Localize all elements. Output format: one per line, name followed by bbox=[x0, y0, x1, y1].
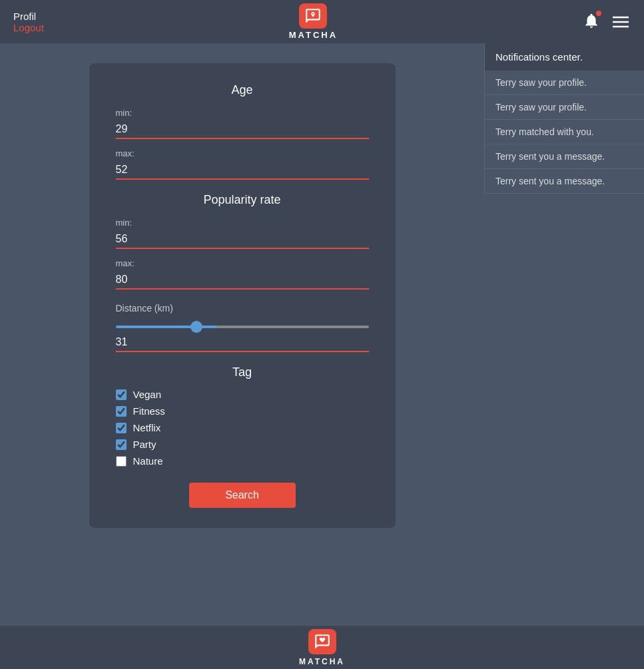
tag-fitness-checkbox[interactable] bbox=[116, 406, 127, 417]
profil-link[interactable]: Profil bbox=[13, 11, 44, 22]
tag-netflix-label[interactable]: Netflix bbox=[133, 422, 161, 433]
logo-center: MATCHA bbox=[289, 3, 338, 40]
age-max-label: max: bbox=[116, 148, 369, 158]
age-min-input[interactable] bbox=[116, 120, 369, 139]
tag-vegan-label[interactable]: Vegan bbox=[133, 389, 162, 400]
heart-message-icon bbox=[304, 7, 322, 25]
footer-logo-icon bbox=[308, 629, 336, 654]
distance-section: Distance (km) bbox=[116, 303, 369, 352]
age-title: Age bbox=[116, 83, 369, 97]
bell-icon[interactable] bbox=[583, 12, 600, 32]
age-min-label: min: bbox=[116, 108, 369, 118]
slider-container bbox=[116, 319, 369, 331]
pop-min-group: min: bbox=[116, 218, 369, 249]
tag-netflix: Netflix bbox=[116, 422, 369, 433]
tag-nature: Nature bbox=[116, 455, 369, 467]
notification-item[interactable]: Terry sent you a message. bbox=[485, 169, 644, 194]
distance-value-input[interactable] bbox=[116, 334, 369, 352]
popularity-title: Popularity rate bbox=[116, 193, 369, 207]
age-max-group: max: bbox=[116, 148, 369, 180]
age-section: Age min: max: bbox=[116, 83, 369, 180]
main-content: Age min: max: Popularity rate min: max: bbox=[0, 43, 484, 541]
search-button[interactable]: Search bbox=[189, 483, 296, 508]
tag-section: Tag Vegan Fitness Netflix Party Nature bbox=[116, 365, 369, 467]
tag-fitness: Fitness bbox=[116, 405, 369, 417]
notification-dot bbox=[596, 11, 601, 16]
pop-max-group: max: bbox=[116, 258, 369, 290]
popularity-section: Popularity rate min: max: bbox=[116, 193, 369, 290]
pop-min-label: min: bbox=[116, 218, 369, 228]
pop-min-input[interactable] bbox=[116, 230, 369, 249]
tag-nature-label[interactable]: Nature bbox=[133, 455, 163, 467]
tag-netflix-checkbox[interactable] bbox=[116, 423, 127, 433]
filter-svg bbox=[611, 12, 631, 29]
distance-label: Distance (km) bbox=[116, 303, 369, 314]
tag-vegan-checkbox[interactable] bbox=[116, 389, 127, 400]
footer-heart-icon bbox=[314, 633, 331, 650]
search-card: Age min: max: Popularity rate min: max: bbox=[89, 63, 396, 528]
logo-text: MATCHA bbox=[289, 30, 338, 40]
header: Profil Logout MATCHA bbox=[0, 0, 644, 43]
tag-party-checkbox[interactable] bbox=[116, 439, 127, 450]
tag-party-label[interactable]: Party bbox=[133, 439, 157, 450]
pop-max-input[interactable] bbox=[116, 271, 369, 290]
tag-nature-checkbox[interactable] bbox=[116, 456, 127, 467]
filter-icon[interactable] bbox=[611, 12, 631, 32]
distance-slider[interactable] bbox=[116, 326, 369, 328]
tag-party: Party bbox=[116, 439, 369, 450]
footer-logo-text: MATCHA bbox=[299, 657, 345, 666]
notifications-title: Notifications center. bbox=[485, 43, 644, 71]
header-left: Profil Logout bbox=[13, 11, 44, 33]
notifications-panel: Notifications center. Terry saw your pro… bbox=[484, 43, 644, 194]
age-max-input[interactable] bbox=[116, 161, 369, 180]
tag-title: Tag bbox=[116, 365, 369, 379]
logout-link[interactable]: Logout bbox=[13, 22, 44, 33]
footer: MATCHA bbox=[0, 626, 644, 669]
header-right bbox=[583, 12, 631, 32]
tag-vegan: Vegan bbox=[116, 389, 369, 400]
logo-icon bbox=[299, 3, 327, 29]
tag-fitness-label[interactable]: Fitness bbox=[133, 405, 165, 417]
pop-max-label: max: bbox=[116, 258, 369, 268]
notification-item[interactable]: Terry matched with you. bbox=[485, 120, 644, 144]
notification-item[interactable]: Terry saw your profile. bbox=[485, 71, 644, 95]
notification-item[interactable]: Terry saw your profile. bbox=[485, 95, 644, 120]
age-min-group: min: bbox=[116, 108, 369, 139]
notification-item[interactable]: Terry sent you a message. bbox=[485, 144, 644, 169]
